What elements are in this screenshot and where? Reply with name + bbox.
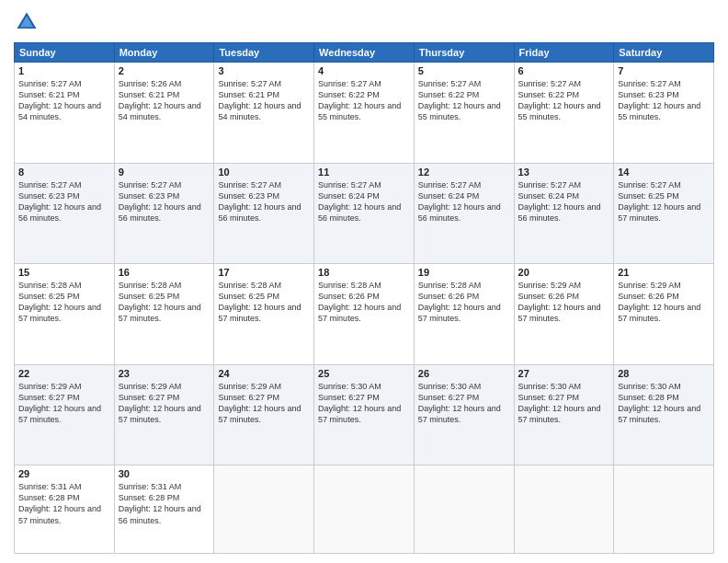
day-number: 10 — [218, 167, 310, 178]
daylight-label: Daylight: 12 hours and 57 minutes. — [418, 303, 501, 323]
sunset-label: Sunset: 6:28 PM — [119, 493, 180, 502]
day-number: 25 — [318, 368, 410, 379]
daylight-label: Daylight: 12 hours and 55 minutes. — [618, 101, 700, 121]
logo-icon — [14, 9, 40, 35]
daylight-label: Daylight: 12 hours and 57 minutes. — [518, 404, 601, 424]
day-info: Sunrise: 5:30 AM Sunset: 6:27 PM Dayligh… — [518, 381, 610, 426]
daylight-label: Daylight: 12 hours and 55 minutes. — [418, 101, 501, 121]
day-number: 8 — [18, 167, 110, 178]
table-row: 14 Sunrise: 5:27 AM Sunset: 6:25 PM Dayl… — [614, 163, 714, 264]
table-row: 16 Sunrise: 5:28 AM Sunset: 6:25 PM Dayl… — [114, 264, 214, 365]
sunrise-label: Sunrise: 5:29 AM — [218, 382, 281, 391]
table-row: 21 Sunrise: 5:29 AM Sunset: 6:26 PM Dayl… — [614, 264, 714, 365]
sunrise-label: Sunrise: 5:27 AM — [218, 79, 281, 88]
day-info: Sunrise: 5:30 AM Sunset: 6:28 PM Dayligh… — [618, 381, 710, 426]
day-info: Sunrise: 5:28 AM Sunset: 6:25 PM Dayligh… — [218, 280, 310, 325]
day-info: Sunrise: 5:27 AM Sunset: 6:21 PM Dayligh… — [218, 78, 310, 123]
sunset-label: Sunset: 6:25 PM — [618, 191, 679, 201]
sunrise-label: Sunrise: 5:27 AM — [618, 79, 681, 88]
sunrise-label: Sunrise: 5:29 AM — [18, 382, 82, 391]
table-row: 22 Sunrise: 5:29 AM Sunset: 6:27 PM Dayl… — [15, 364, 115, 465]
day-number: 23 — [119, 368, 210, 379]
sunrise-label: Sunrise: 5:27 AM — [119, 180, 182, 190]
day-number: 12 — [418, 167, 510, 178]
daylight-label: Daylight: 12 hours and 54 minutes. — [18, 101, 101, 121]
daylight-label: Daylight: 12 hours and 57 minutes. — [18, 303, 101, 323]
day-info: Sunrise: 5:30 AM Sunset: 6:27 PM Dayligh… — [318, 381, 410, 426]
day-info: Sunrise: 5:27 AM Sunset: 6:24 PM Dayligh… — [518, 179, 610, 224]
table-row: 2 Sunrise: 5:26 AM Sunset: 6:21 PM Dayli… — [114, 63, 214, 164]
table-row: 12 Sunrise: 5:27 AM Sunset: 6:24 PM Dayl… — [414, 163, 514, 264]
daylight-label: Daylight: 12 hours and 56 minutes. — [119, 504, 201, 524]
table-row: 4 Sunrise: 5:27 AM Sunset: 6:22 PM Dayli… — [314, 63, 415, 164]
day-info: Sunrise: 5:27 AM Sunset: 6:23 PM Dayligh… — [18, 179, 110, 224]
daylight-label: Daylight: 12 hours and 55 minutes. — [518, 101, 601, 121]
sunrise-label: Sunrise: 5:26 AM — [119, 79, 182, 88]
table-row: 26 Sunrise: 5:30 AM Sunset: 6:27 PM Dayl… — [414, 364, 514, 465]
col-wednesday: Wednesday — [314, 43, 415, 63]
day-number: 22 — [18, 368, 110, 379]
logo — [14, 9, 43, 35]
sunrise-label: Sunrise: 5:27 AM — [618, 180, 681, 190]
sunset-label: Sunset: 6:27 PM — [518, 393, 580, 402]
table-row: 19 Sunrise: 5:28 AM Sunset: 6:26 PM Dayl… — [414, 264, 514, 365]
sunset-label: Sunset: 6:23 PM — [18, 191, 80, 201]
table-row: 10 Sunrise: 5:27 AM Sunset: 6:23 PM Dayl… — [214, 163, 314, 264]
table-row: 25 Sunrise: 5:30 AM Sunset: 6:27 PM Dayl… — [314, 364, 415, 465]
page: Sunday Monday Tuesday Wednesday Thursday… — [0, 0, 728, 563]
daylight-label: Daylight: 12 hours and 57 minutes. — [119, 303, 201, 323]
day-number: 18 — [318, 267, 410, 278]
day-info: Sunrise: 5:31 AM Sunset: 6:28 PM Dayligh… — [18, 481, 110, 526]
sunset-label: Sunset: 6:21 PM — [218, 90, 279, 99]
sunrise-label: Sunrise: 5:31 AM — [18, 482, 82, 491]
col-sunday: Sunday — [15, 43, 115, 63]
day-info: Sunrise: 5:29 AM Sunset: 6:26 PM Dayligh… — [518, 280, 610, 325]
sunrise-label: Sunrise: 5:29 AM — [119, 382, 182, 391]
sunrise-label: Sunrise: 5:28 AM — [318, 281, 381, 290]
calendar-week-1: 8 Sunrise: 5:27 AM Sunset: 6:23 PM Dayli… — [15, 163, 714, 264]
calendar-week-0: 1 Sunrise: 5:27 AM Sunset: 6:21 PM Dayli… — [15, 63, 714, 164]
calendar-table: Sunday Monday Tuesday Wednesday Thursday… — [14, 42, 714, 554]
daylight-label: Daylight: 12 hours and 57 minutes. — [618, 303, 700, 323]
sunrise-label: Sunrise: 5:31 AM — [119, 482, 182, 491]
sunset-label: Sunset: 6:26 PM — [518, 292, 580, 301]
daylight-label: Daylight: 12 hours and 56 minutes. — [418, 202, 501, 223]
sunset-label: Sunset: 6:26 PM — [318, 292, 380, 301]
table-row: 5 Sunrise: 5:27 AM Sunset: 6:22 PM Dayli… — [414, 63, 514, 164]
sunset-label: Sunset: 6:27 PM — [418, 393, 480, 402]
table-row — [414, 465, 514, 554]
table-row: 29 Sunrise: 5:31 AM Sunset: 6:28 PM Dayl… — [15, 465, 115, 554]
sunset-label: Sunset: 6:25 PM — [218, 292, 279, 301]
day-number: 4 — [318, 65, 410, 76]
day-info: Sunrise: 5:27 AM Sunset: 6:23 PM Dayligh… — [618, 78, 710, 123]
day-number: 21 — [618, 267, 710, 278]
sunset-label: Sunset: 6:23 PM — [618, 90, 679, 99]
col-monday: Monday — [114, 43, 214, 63]
day-info: Sunrise: 5:30 AM Sunset: 6:27 PM Dayligh… — [418, 381, 510, 426]
sunset-label: Sunset: 6:24 PM — [418, 191, 480, 201]
day-info: Sunrise: 5:28 AM Sunset: 6:26 PM Dayligh… — [318, 280, 410, 325]
table-row: 13 Sunrise: 5:27 AM Sunset: 6:24 PM Dayl… — [514, 163, 614, 264]
sunrise-label: Sunrise: 5:27 AM — [218, 180, 281, 190]
table-row — [214, 465, 314, 554]
day-info: Sunrise: 5:28 AM Sunset: 6:26 PM Dayligh… — [418, 280, 510, 325]
sunset-label: Sunset: 6:22 PM — [418, 90, 480, 99]
sunrise-label: Sunrise: 5:27 AM — [18, 79, 82, 88]
sunset-label: Sunset: 6:27 PM — [119, 393, 180, 402]
day-number: 19 — [418, 267, 510, 278]
day-number: 27 — [518, 368, 610, 379]
sunset-label: Sunset: 6:24 PM — [318, 191, 380, 201]
calendar-week-2: 15 Sunrise: 5:28 AM Sunset: 6:25 PM Dayl… — [15, 264, 714, 365]
day-info: Sunrise: 5:28 AM Sunset: 6:25 PM Dayligh… — [119, 280, 210, 325]
col-thursday: Thursday — [414, 43, 514, 63]
day-info: Sunrise: 5:27 AM Sunset: 6:22 PM Dayligh… — [318, 78, 410, 123]
sunset-label: Sunset: 6:21 PM — [119, 90, 180, 99]
day-info: Sunrise: 5:27 AM Sunset: 6:24 PM Dayligh… — [318, 179, 410, 224]
day-info: Sunrise: 5:27 AM Sunset: 6:23 PM Dayligh… — [218, 179, 310, 224]
sunset-label: Sunset: 6:23 PM — [218, 191, 279, 201]
table-row — [614, 465, 714, 554]
sunrise-label: Sunrise: 5:30 AM — [418, 382, 482, 391]
daylight-label: Daylight: 12 hours and 56 minutes. — [518, 202, 601, 223]
calendar-week-4: 29 Sunrise: 5:31 AM Sunset: 6:28 PM Dayl… — [15, 465, 714, 554]
daylight-label: Daylight: 12 hours and 54 minutes. — [119, 101, 201, 121]
